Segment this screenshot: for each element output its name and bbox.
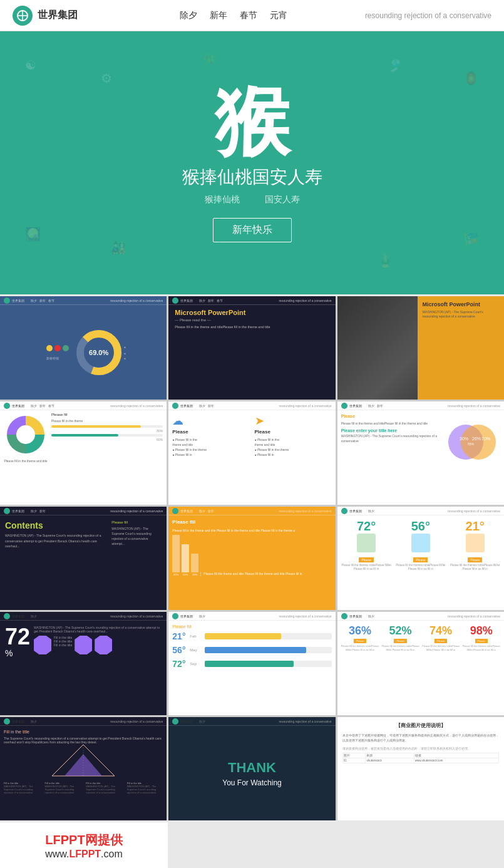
slide-4: 世界集团 除夕 新年 春节 resounding rejection of a … bbox=[0, 401, 167, 505]
hero-character: 猴 bbox=[215, 84, 290, 159]
slide-2-content: Microsoft PowerPoint — Please read the —… bbox=[168, 305, 335, 400]
watermark: LFPPT网提供 www.LFPPT.com bbox=[0, 822, 168, 868]
hero-button[interactable]: 新年快乐 bbox=[213, 218, 292, 242]
slide-1-logo bbox=[4, 297, 10, 304]
slide-4-content: Please fill in the theme and title Pleas… bbox=[0, 410, 167, 505]
slide-13: 世界集团 除夕 resounding rejection of a conser… bbox=[0, 717, 167, 820]
svg-point-8 bbox=[461, 425, 496, 460]
slide-7-title: Contents bbox=[5, 520, 106, 530]
slide-1-header: 世界集团 除夕 新年 春节 resounding rejection of a … bbox=[0, 296, 167, 305]
slide-9: 世界集团 除夕 resounding rejection of a conser… bbox=[337, 507, 504, 610]
slide-5: 世界集团 除夕 新年 resounding rejection of a con… bbox=[168, 401, 335, 505]
slide-1-logo-text: 世界集团 bbox=[12, 299, 24, 302]
bar-chart: 90% 50% 30% Please fill the theme and ti… bbox=[172, 535, 331, 579]
slide-13-title: Fill in the title bbox=[4, 730, 163, 734]
slide-2-text: Please fill in the theme and titlePlease… bbox=[175, 324, 329, 329]
slide-5-col1-title: Please bbox=[172, 429, 249, 435]
logo-icon bbox=[13, 6, 33, 26]
slide-2-title: Microsoft PowerPoint bbox=[175, 309, 329, 316]
slide-8-title: Please fill bbox=[172, 519, 331, 525]
slide-1: 世界集团 除夕 新年 春节 resounding rejection of a … bbox=[0, 296, 167, 400]
slide-10: 世界集团 除夕 resounding rejection of a conser… bbox=[0, 612, 167, 715]
slide-12: 世界集团 除夕 resounding rejection of a conser… bbox=[337, 612, 504, 715]
slide-10-header: 世界集团 除夕 resounding rejection of a conser… bbox=[0, 612, 167, 621]
hero-sub1: 猴捧仙桃 bbox=[205, 194, 240, 205]
slide-2-divider: — Please read the — bbox=[175, 318, 329, 322]
slide-8-header: 世界集团 除夕 新年 resounding rejection of a con… bbox=[168, 507, 335, 515]
slide-15: 【商业图片使用说明】 本文中使用了下述图片链接网址，可使用下述图片服务商提供的正… bbox=[337, 717, 504, 820]
svg-point-6 bbox=[16, 425, 35, 444]
svg-text:70%: 70% bbox=[481, 437, 490, 441]
slide-3: Microsoft PowerPoint WASHINGTON (AP) - T… bbox=[337, 296, 504, 400]
slide-12-content: 36% Please Please fill the themes robleP… bbox=[337, 621, 504, 715]
slide-6-header: 世界集团 除夕 新年 resounding rejection of a con… bbox=[337, 401, 504, 410]
hero-sub2: 国安人寿 bbox=[265, 194, 300, 205]
slide-2: 世界集团 除夕 新年 春节 resounding rejection of a … bbox=[168, 296, 335, 400]
header-slogan: resounding rejection of a conservative bbox=[365, 11, 491, 20]
slide-7: 世界集团 除夕 新年 resounding rejection of a con… bbox=[0, 507, 167, 610]
hero-subtitle: 猴捧仙桃国安人寿 bbox=[182, 165, 322, 189]
slide-11: 世界集团 除夕 resounding rejection of a conser… bbox=[168, 612, 335, 715]
nav-links: 除夕 新年 春节 元宵 bbox=[103, 10, 365, 21]
pie-chart: Please fill in the theme and title bbox=[4, 413, 48, 502]
slide-10-content: 72 % WASHINGTON (AP) - The Supreme Court… bbox=[0, 621, 167, 715]
slide-7-content: Contents WASHINGTON (AP) - The Supreme C… bbox=[0, 515, 167, 610]
slide-4-header: 世界集团 除夕 新年 春节 resounding rejection of a … bbox=[0, 401, 167, 410]
svg-text:55%: 55% bbox=[468, 442, 475, 446]
header: 世界集团 除夕 新年 春节 元宵 resounding rejection of… bbox=[0, 0, 504, 31]
thank-title: THANK bbox=[228, 760, 276, 776]
nav-link-1[interactable]: 新年 bbox=[210, 10, 227, 21]
logo-area: 世界集团 bbox=[13, 6, 78, 26]
slide-11-content: Please fill 21° Feb 56° May 72° Sep bbox=[168, 621, 335, 715]
slide-6: 世界集团 除夕 新年 resounding rejection of a con… bbox=[337, 401, 504, 505]
donut-chart: 69.0% bbox=[74, 328, 124, 378]
slide-1-icons: 新春特报 bbox=[46, 345, 69, 360]
slide-5-header: 世界集团 除夕 新年 resounding rejection of a con… bbox=[168, 401, 335, 410]
slide-14-header: 世界集团 除夕 resounding rejection of a conser… bbox=[168, 717, 335, 726]
svg-text:30%: 30% bbox=[460, 437, 468, 441]
slide-15-content: 【商业图片使用说明】 本文中使用了下述图片链接网址，可使用下述图片服务商提供的正… bbox=[337, 717, 504, 812]
slide-9-content: 72° Please Please fill the themes robleP… bbox=[337, 515, 504, 610]
slide-8: 世界集团 除夕 新年 resounding rejection of a con… bbox=[168, 507, 335, 610]
slide-15-title: 【商业图片使用说明】 bbox=[342, 722, 499, 729]
slide-2-header: 世界集团 除夕 新年 春节 resounding rejection of a … bbox=[168, 296, 335, 305]
thank-subtitle: You For Watching bbox=[222, 778, 282, 787]
nav-link-3[interactable]: 元宵 bbox=[270, 10, 287, 21]
slide-8-content: Please fill Please fill in the theme and… bbox=[168, 515, 335, 610]
watermark-brand: LFPPT网提供 bbox=[45, 833, 122, 847]
slide-3-title: Microsoft PowerPoint bbox=[423, 301, 499, 307]
slide-5-content: ☁ Please ● Please fill in thetheme and t… bbox=[168, 410, 335, 505]
slide-2-logo bbox=[172, 297, 178, 304]
slides-grid: 世界集团 除夕 新年 春节 resounding rejection of a … bbox=[0, 296, 504, 820]
logo-text: 世界集团 bbox=[38, 9, 78, 22]
slide-5-col2-title: Please bbox=[255, 429, 332, 435]
slide-9-header: 世界集团 除夕 resounding rejection of a conser… bbox=[337, 507, 504, 515]
big-percent-value: 72 bbox=[5, 626, 30, 648]
slide-14: 世界集团 除夕 resounding rejection of a conser… bbox=[168, 717, 335, 820]
bottom-section: LFPPT网提供 www.LFPPT.com bbox=[0, 820, 504, 868]
nav-link-2[interactable]: 春节 bbox=[240, 10, 257, 21]
slide-1-content: 新春特报 69.0% ● ● ● bbox=[0, 305, 167, 400]
hero-section: ☯ ⚙ 🎋 🎐 🏮 🎑 🎎 🎍 🎏 猴 猴捧仙桃国安人寿 猴捧仙桃 国安人寿 新… bbox=[0, 31, 504, 294]
nav-link-0[interactable]: 除夕 bbox=[180, 10, 197, 21]
slide-13-header: 世界集团 除夕 resounding rejection of a conser… bbox=[0, 717, 167, 726]
donut-percent: 69.0% bbox=[89, 349, 108, 356]
svg-text:26%: 26% bbox=[472, 437, 481, 441]
slide-13-content: Fill in the title The Supreme Court's re… bbox=[0, 726, 167, 820]
slide-12-header: 世界集团 除夕 resounding rejection of a conser… bbox=[337, 612, 504, 621]
big-percent-unit: % bbox=[5, 648, 30, 658]
slide-14-content: THANK You For Watching bbox=[168, 726, 335, 820]
slide-11-header: 世界集团 除夕 resounding rejection of a conser… bbox=[168, 612, 335, 621]
slide-7-header: 世界集团 除夕 新年 resounding rejection of a con… bbox=[0, 507, 167, 515]
slide-6-content: Please Please fill in the theme and titl… bbox=[337, 410, 504, 505]
slide-3-text: WASHINGTON (AP) - The Supreme Court's re… bbox=[423, 310, 499, 319]
